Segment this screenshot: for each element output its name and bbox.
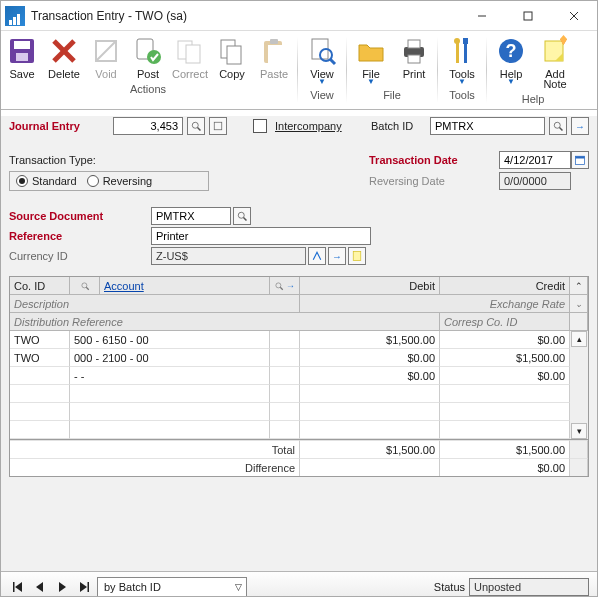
svg-point-42 xyxy=(554,122,560,128)
grid-header-row-3: Distribution Reference Corresp Co. ID xyxy=(10,313,588,331)
sub-dist-ref[interactable]: Distribution Reference xyxy=(10,313,440,331)
hdr-acct-tools[interactable]: → xyxy=(270,277,300,295)
table-row xyxy=(10,385,570,403)
currency-expand[interactable] xyxy=(308,247,326,265)
post-button[interactable]: Post xyxy=(127,31,169,82)
add-note-button[interactable]: Add Note xyxy=(533,31,577,92)
status-label: Status xyxy=(434,581,465,593)
grid-scrollbar[interactable]: ▴ ▾ xyxy=(570,331,588,439)
last-record-button[interactable] xyxy=(75,579,93,595)
chevron-down-icon: ▼ xyxy=(507,78,515,86)
tools-button[interactable]: Tools ▼ xyxy=(440,31,484,88)
journal-entry-label: Journal Entry xyxy=(9,120,109,132)
journal-entry-input[interactable] xyxy=(113,117,183,135)
rev-date-input xyxy=(499,172,571,190)
post-icon xyxy=(132,35,164,67)
svg-rect-1 xyxy=(13,17,16,25)
void-button[interactable]: Void xyxy=(85,31,127,82)
svg-line-52 xyxy=(280,287,283,290)
maximize-button[interactable] xyxy=(505,1,551,31)
grid-body[interactable]: TWO500 - 6150 - 00$1,500.00$0.00 TWO000 … xyxy=(10,331,570,439)
reference-input[interactable] xyxy=(151,227,371,245)
first-record-button[interactable] xyxy=(9,579,27,595)
journal-entry-lookup[interactable] xyxy=(187,117,205,135)
save-button[interactable]: Save xyxy=(1,31,43,82)
svg-marker-54 xyxy=(15,582,22,592)
standard-radio[interactable]: Standard xyxy=(16,175,77,187)
total-debit: $1,500.00 xyxy=(300,440,440,458)
svg-line-25 xyxy=(330,59,335,64)
minimize-button[interactable] xyxy=(459,1,505,31)
view-button[interactable]: View ▼ xyxy=(300,31,344,88)
total-credit: $1,500.00 xyxy=(440,440,570,458)
hdr-co[interactable]: Co. ID xyxy=(10,277,70,295)
hdr-debit[interactable]: Debit xyxy=(300,277,440,295)
paste-button[interactable]: Paste xyxy=(253,31,295,82)
scroll-down-icon[interactable]: ▾ xyxy=(571,423,587,439)
intercompany-checkbox[interactable] xyxy=(253,119,267,133)
sub-exchange[interactable]: Exchange Rate xyxy=(300,295,570,313)
correct-button[interactable]: Correct xyxy=(169,31,211,82)
save-icon xyxy=(6,35,38,67)
table-row xyxy=(10,403,570,421)
help-button[interactable]: ? Help ▼ xyxy=(489,31,533,92)
prev-record-button[interactable] xyxy=(31,579,49,595)
intercompany-label[interactable]: Intercompany xyxy=(275,120,342,132)
ribbon-group-view: View ▼ View xyxy=(300,31,344,109)
currency-note[interactable] xyxy=(348,247,366,265)
sort-by-combo[interactable]: by Batch ID ▽ xyxy=(97,577,247,597)
batch-id-go[interactable]: → xyxy=(571,117,589,135)
hdr-co-tools[interactable] xyxy=(70,277,100,295)
sub-description[interactable]: Description xyxy=(10,295,300,313)
delete-button[interactable]: Delete xyxy=(43,31,85,82)
trx-date-input[interactable] xyxy=(499,151,571,169)
copy-button[interactable]: Copy xyxy=(211,31,253,82)
record-navigator: by Batch ID ▽ Status xyxy=(1,571,597,597)
grid-header-row-2: Description Exchange Rate ⌄ xyxy=(10,295,588,313)
group-label-file: File xyxy=(383,88,401,103)
svg-rect-32 xyxy=(463,38,468,44)
reversing-radio[interactable]: Reversing xyxy=(87,175,153,187)
file-button[interactable]: File ▼ xyxy=(349,31,393,88)
batch-id-label: Batch ID xyxy=(371,120,426,132)
journal-entry-expand[interactable] xyxy=(209,117,227,135)
svg-rect-9 xyxy=(16,53,28,61)
source-doc-input[interactable] xyxy=(151,207,231,225)
print-icon xyxy=(398,35,430,67)
close-button[interactable] xyxy=(551,1,597,31)
delete-icon xyxy=(48,35,80,67)
svg-point-39 xyxy=(192,122,198,128)
status-value xyxy=(469,578,589,596)
paste-label: Paste xyxy=(260,68,288,80)
calendar-icon[interactable] xyxy=(571,151,589,169)
source-doc-lookup[interactable] xyxy=(233,207,251,225)
hdr-credit[interactable]: Credit xyxy=(440,277,570,295)
print-button[interactable]: Print xyxy=(393,31,435,88)
currency-go[interactable]: → xyxy=(328,247,346,265)
sub-corresp[interactable]: Corresp Co. ID xyxy=(440,313,570,331)
batch-id-lookup[interactable] xyxy=(549,117,567,135)
scroll-up-icon[interactable]: ▴ xyxy=(571,331,587,347)
ribbon-group-help: ? Help ▼ Add Note Help xyxy=(489,31,577,109)
svg-rect-19 xyxy=(227,46,241,64)
grid-expand-up[interactable]: ⌃ xyxy=(570,277,588,295)
svg-rect-8 xyxy=(14,41,30,49)
group-label-view: View xyxy=(310,88,334,103)
ribbon-group-file: File ▼ Print File xyxy=(349,31,435,109)
content: Journal Entry Intercompany Batch ID → Tr… xyxy=(1,116,597,597)
distribution-grid: Co. ID Account → Debit Credit ⌃ Descript… xyxy=(9,276,589,440)
copy-label: Copy xyxy=(219,68,245,80)
batch-id-input[interactable] xyxy=(430,117,545,135)
svg-rect-48 xyxy=(353,252,361,261)
diff-label: Difference xyxy=(10,458,300,476)
svg-rect-2 xyxy=(17,14,20,25)
next-record-button[interactable] xyxy=(53,579,71,595)
copy-icon xyxy=(216,35,248,67)
table-row xyxy=(10,421,570,439)
grid-expand-down[interactable]: ⌄ xyxy=(570,295,588,313)
group-label-actions: Actions xyxy=(130,82,166,97)
void-label: Void xyxy=(95,68,116,80)
svg-rect-45 xyxy=(576,156,585,158)
grid-header-row-1: Co. ID Account → Debit Credit ⌃ xyxy=(10,277,588,295)
hdr-account[interactable]: Account xyxy=(100,277,270,295)
